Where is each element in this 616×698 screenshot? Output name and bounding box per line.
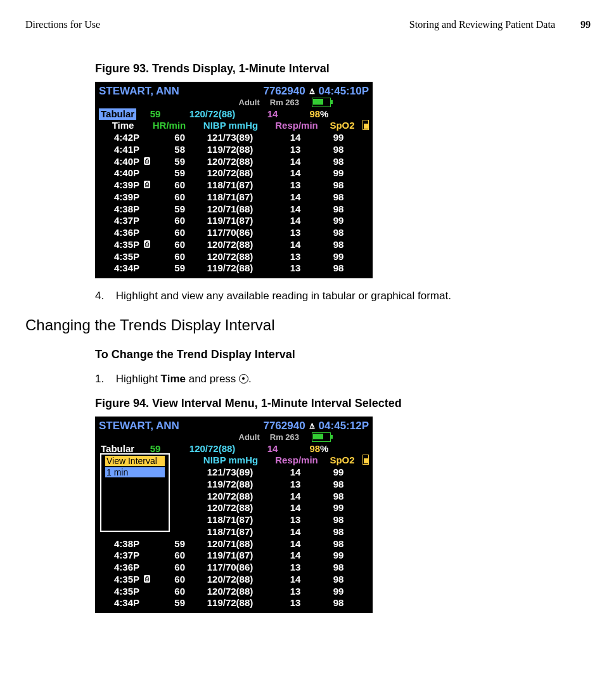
live-nibp: 120/72(88) xyxy=(174,443,250,455)
snapshot-marker-icon: ⎙ xyxy=(141,156,153,168)
header-section: Storing and Reviewing Patient Data xyxy=(409,19,555,30)
table-row: 4:40P⎙59120/72(88)1498 xyxy=(99,156,369,168)
snapshot-marker-icon xyxy=(141,262,153,275)
cell-resp: 14 xyxy=(271,156,319,168)
interval-option[interactable]: 60 min xyxy=(105,518,165,528)
cell-time: 4:34P xyxy=(99,262,141,275)
view-interval-menu[interactable]: View Interval1 min5 min10 min15 min30 mi… xyxy=(100,453,170,532)
cell-resp: 13 xyxy=(271,227,319,239)
subheading: To Change the Trend Display Interval xyxy=(95,348,591,361)
cell-spo2: 98 xyxy=(319,479,357,491)
cell-time: 4:42P xyxy=(99,132,141,144)
step-1: 1. Highlight Time and press . xyxy=(95,373,591,385)
cell-nibp: 120/72(88) xyxy=(189,239,271,251)
cell-time: 4:37P xyxy=(99,215,141,227)
table-row: 4:35P⎙60120/72(88)1498 xyxy=(99,574,369,586)
cell-nibp: 121/73(89) xyxy=(189,467,271,479)
cell-spo2: 98 xyxy=(319,538,357,550)
snapshot-marker-icon: ⎙ xyxy=(141,574,153,586)
room: Rm 263 xyxy=(270,432,299,443)
cell-hr: 59 xyxy=(153,204,189,216)
cell-hr: 59 xyxy=(153,156,189,168)
antenna-icon: ⍋ xyxy=(309,420,315,432)
cell-resp: 14 xyxy=(271,132,319,144)
interval-option[interactable]: 30 min xyxy=(105,508,165,518)
cell-nibp: 119/71(87) xyxy=(189,215,271,227)
table-row: 4:34P59119/72(88)1398 xyxy=(99,597,369,609)
cell-resp: 14 xyxy=(271,574,319,586)
cell-hr: 58 xyxy=(153,144,189,156)
cell-nibp: 119/72(88) xyxy=(189,144,271,156)
page-header: Directions for Use Storing and Reviewing… xyxy=(25,19,591,30)
cell-spo2: 99 xyxy=(319,586,357,598)
step-1-num: 1. xyxy=(95,373,113,385)
figure-94-caption: Figure 94. View Interval Menu, 1-Minute … xyxy=(95,397,591,410)
col-resp: Resp/min xyxy=(270,120,323,132)
snapshot-marker-icon xyxy=(141,132,153,144)
cell-time: 4:40P xyxy=(99,167,141,179)
snapshot-marker-icon xyxy=(141,191,153,204)
interval-option[interactable]: 5 min xyxy=(105,477,165,488)
select-button-icon xyxy=(239,374,248,384)
cell-resp: 14 xyxy=(271,502,319,514)
cell-nibp: 120/72(88) xyxy=(189,251,271,263)
tabular-tab[interactable]: Tabular xyxy=(99,108,136,120)
percent-label: % xyxy=(320,108,328,120)
cell-resp: 14 xyxy=(271,167,319,179)
cell-time: 4:38P xyxy=(99,538,141,550)
clock: 04:45:12P xyxy=(319,419,369,432)
cell-time: 4:36P xyxy=(99,227,141,239)
cell-resp: 13 xyxy=(271,144,319,156)
interval-option[interactable]: 10 min xyxy=(105,488,165,498)
snapshot-marker-icon xyxy=(141,562,153,574)
cell-time: 4:38P xyxy=(99,204,141,216)
step-1-c: . xyxy=(248,373,252,385)
cell-nibp: 120/72(88) xyxy=(189,491,271,503)
cell-hr: 60 xyxy=(153,227,189,239)
cell-resp: 14 xyxy=(271,526,319,538)
cell-resp: 14 xyxy=(271,538,319,550)
cell-nibp: 120/71(88) xyxy=(189,538,271,550)
cell-nibp: 120/72(88) xyxy=(189,502,271,514)
cell-resp: 14 xyxy=(271,204,319,216)
cell-resp: 13 xyxy=(271,586,319,598)
interval-option[interactable]: 15 min xyxy=(105,498,165,508)
col-hr: HR/min xyxy=(147,120,191,132)
table-row: 4:38P59120/71(88)1498 xyxy=(99,204,369,216)
col-nibp: NIBP mmHg xyxy=(191,455,270,467)
live-spo2: 98 xyxy=(295,108,320,120)
cell-nibp: 119/72(88) xyxy=(189,479,271,491)
antenna-icon: ⍋ xyxy=(309,85,315,97)
table-row: 4:35P60120/72(88)1399 xyxy=(99,251,369,263)
step-1-a: Highlight xyxy=(116,373,161,385)
col-spo2: SpO2 xyxy=(323,120,361,132)
table-row: 4:41P58119/72(88)1398 xyxy=(99,144,369,156)
col-spo2: SpO2 xyxy=(323,455,361,467)
patient-mode: Adult xyxy=(239,432,260,443)
col-time[interactable]: Time xyxy=(99,120,147,132)
cell-resp: 13 xyxy=(271,251,319,263)
battery-icon xyxy=(312,98,331,107)
cell-spo2: 99 xyxy=(319,467,357,479)
live-resp: 14 xyxy=(250,443,295,455)
interval-option[interactable]: 1 min xyxy=(105,467,165,477)
snapshot-marker-icon xyxy=(141,586,153,598)
room: Rm 263 xyxy=(270,98,299,108)
percent-label: % xyxy=(320,443,328,455)
cell-hr: 60 xyxy=(153,562,189,574)
snapshot-marker-icon xyxy=(141,204,153,216)
cell-resp: 14 xyxy=(271,191,319,204)
spo2-bar-icon xyxy=(363,455,369,465)
cell-hr: 60 xyxy=(153,179,189,191)
cell-resp: 13 xyxy=(271,479,319,491)
cell-nibp: 118/71(87) xyxy=(189,526,271,538)
battery-icon xyxy=(312,432,331,442)
table-row: 4:37P60119/71(87)1499 xyxy=(99,215,369,227)
cell-spo2: 99 xyxy=(319,215,357,227)
cell-time: 4:35P xyxy=(99,251,141,263)
table-row: 4:38P59120/71(88)1498 xyxy=(99,538,369,550)
cell-hr: 59 xyxy=(153,167,189,179)
cell-nibp: 119/72(88) xyxy=(189,597,271,609)
cell-hr: 59 xyxy=(153,262,189,275)
cell-resp: 14 xyxy=(271,550,319,562)
